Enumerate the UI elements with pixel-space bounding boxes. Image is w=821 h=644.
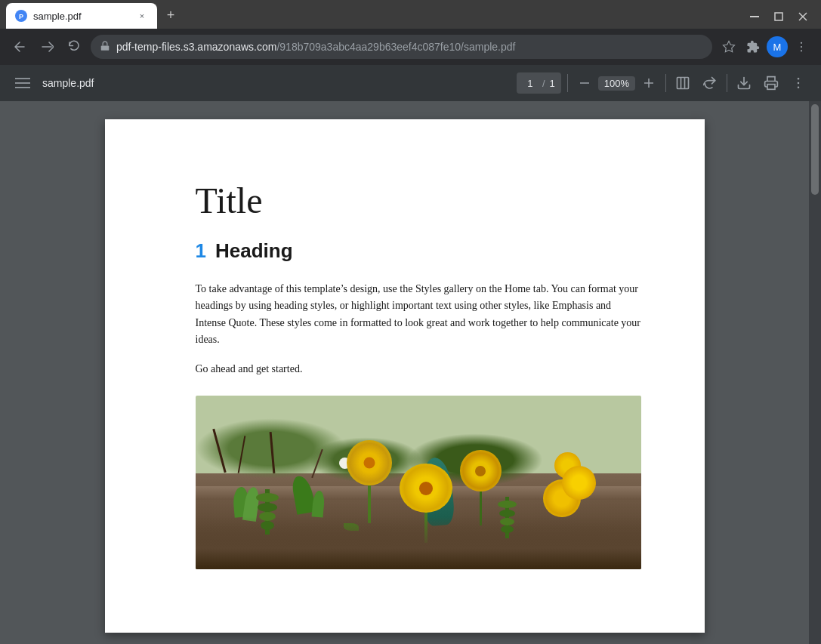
- pdf-scroll-area[interactable]: Title 1 Heading To take advantage of thi…: [0, 101, 809, 644]
- tab-favicon: P: [15, 10, 27, 22]
- forward-button[interactable]: [36, 36, 57, 57]
- rotate-button[interactable]: [699, 72, 721, 94]
- scrollbar-thumb[interactable]: [811, 104, 819, 195]
- url-text: pdf-temp-files.s3.amazonaws.com/918b709a…: [116, 41, 703, 53]
- pdf-content-area: Title 1 Heading To take advantage of thi…: [0, 101, 821, 644]
- svg-point-22: [798, 87, 800, 89]
- document-heading: 1 Heading: [196, 239, 644, 263]
- zoom-out-button[interactable]: [574, 72, 595, 94]
- new-tab-button[interactable]: +: [160, 5, 181, 26]
- close-window-button[interactable]: [797, 11, 809, 23]
- chrome-more-button[interactable]: [791, 36, 812, 57]
- svg-rect-2: [750, 16, 759, 17]
- toolbar-divider-1: [567, 74, 568, 92]
- address-bar: pdf-temp-files.s3.amazonaws.com/918b709a…: [0, 29, 821, 65]
- page-total: 1: [550, 78, 555, 89]
- url-bar[interactable]: pdf-temp-files.s3.amazonaws.com/918b709a…: [91, 35, 712, 59]
- toolbar-divider-2: [665, 74, 666, 92]
- garden-image: [196, 396, 641, 569]
- active-tab[interactable]: P sample.pdf ×: [6, 3, 157, 29]
- url-path: /918b709a3abc4aa29b63eef4c087fe10/sample…: [276, 41, 515, 53]
- svg-rect-12: [15, 82, 30, 84]
- url-actions: M: [718, 36, 812, 57]
- heading-number: 1: [196, 239, 206, 263]
- bookmark-star-button[interactable]: [718, 36, 739, 57]
- pdf-page: Title 1 Heading To take advantage of thi…: [105, 119, 705, 633]
- svg-point-10: [801, 50, 802, 51]
- maximize-button[interactable]: [773, 11, 785, 23]
- toolbar-divider-3: [727, 74, 727, 92]
- svg-marker-7: [724, 42, 735, 52]
- svg-point-21: [798, 82, 800, 85]
- svg-rect-14: [580, 82, 589, 84]
- reload-button[interactable]: [63, 36, 85, 57]
- back-button[interactable]: [9, 36, 30, 57]
- document-body-text: To take advantage of this template’s des…: [196, 281, 644, 349]
- pdf-toolbar-controls: 1 / 1 100%: [517, 72, 809, 94]
- zoom-controls: 100%: [574, 72, 659, 94]
- pdf-more-button[interactable]: [788, 72, 809, 94]
- zoom-in-button[interactable]: [638, 72, 659, 94]
- pdf-filename: sample.pdf: [42, 77, 94, 89]
- minimize-button[interactable]: [748, 11, 761, 23]
- security-lock-icon: [100, 41, 110, 54]
- document-title: Title: [196, 180, 644, 221]
- svg-point-20: [798, 78, 800, 80]
- svg-text:P: P: [19, 13, 23, 20]
- user-avatar[interactable]: M: [767, 36, 788, 57]
- svg-rect-3: [775, 13, 782, 20]
- svg-rect-19: [767, 85, 775, 90]
- document-cta-text: Go ahead and get started.: [196, 361, 644, 377]
- title-bar: P sample.pdf × +: [0, 0, 821, 29]
- tab-title: sample.pdf: [33, 11, 130, 22]
- fit-page-button[interactable]: [672, 72, 693, 94]
- svg-point-9: [801, 46, 802, 48]
- extensions-button[interactable]: [742, 36, 764, 57]
- sidebar-toggle-button[interactable]: [12, 72, 33, 94]
- zoom-level-display: 100%: [598, 76, 635, 91]
- svg-point-8: [801, 42, 802, 44]
- print-button[interactable]: [761, 72, 782, 94]
- tab-close-button[interactable]: ×: [136, 10, 148, 22]
- download-button[interactable]: [733, 72, 755, 94]
- svg-rect-13: [15, 87, 30, 88]
- heading-text: Heading: [215, 239, 293, 263]
- page-number-input[interactable]: 1: [523, 78, 538, 89]
- page-controls: 1 / 1: [517, 72, 561, 94]
- svg-rect-16: [648, 79, 650, 88]
- url-domain: pdf-temp-files.s3.amazonaws.com: [116, 41, 276, 53]
- svg-rect-11: [15, 78, 30, 79]
- svg-rect-17: [677, 78, 689, 89]
- page-separator: /: [542, 78, 545, 89]
- pdf-toolbar: sample.pdf 1 / 1 100%: [0, 65, 821, 101]
- svg-rect-6: [101, 45, 110, 50]
- scrollbar[interactable]: [809, 101, 821, 644]
